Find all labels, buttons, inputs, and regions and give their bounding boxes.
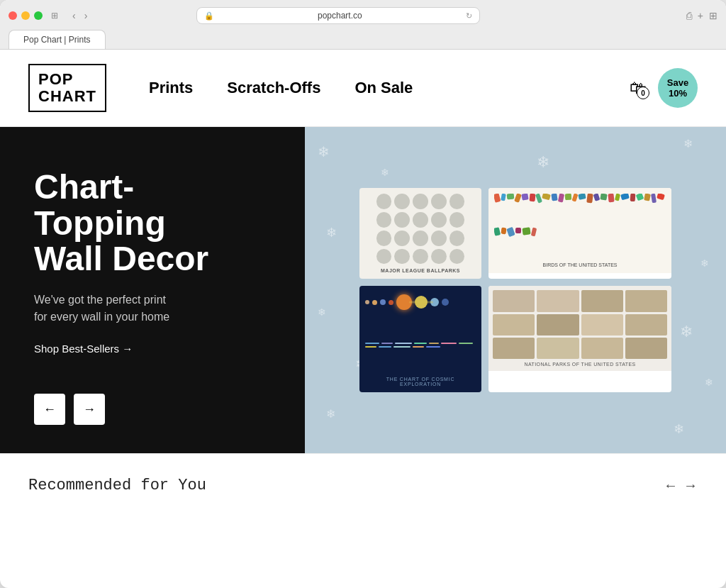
recommended-nav: ← → xyxy=(664,477,698,494)
hero-subtitle: We've got the perfect printfor every wal… xyxy=(34,292,233,326)
print-card-solar[interactable]: THE CHART OF COSMIC EXPLORATION xyxy=(359,286,481,392)
page-content: POP CHART Prints Scratch-Offs On Sale 🛍 … xyxy=(0,50,726,509)
save-badge[interactable]: Save10% xyxy=(658,68,698,108)
snowflake: ❄ xyxy=(705,377,713,388)
active-tab[interactable]: Pop Chart | Prints xyxy=(9,30,106,49)
snowflake: ❄ xyxy=(680,323,693,341)
print-card-baseball[interactable]: MAJOR LEAGUE BALLPARKS xyxy=(359,188,481,279)
snowflake: ❄ xyxy=(537,153,549,172)
snowflake: ❄ xyxy=(326,407,335,421)
cart-button[interactable]: 🛍 0 xyxy=(630,78,647,98)
print-card-birds[interactable]: BIRDS OF THE UNITED STATES xyxy=(488,188,671,279)
close-traffic-light[interactable] xyxy=(9,11,17,20)
forward-button[interactable]: › xyxy=(82,9,91,23)
recommended-title: Recommended for You xyxy=(28,477,206,494)
nav-on-sale[interactable]: On Sale xyxy=(354,79,413,97)
browser-controls: ⊞ ‹ › 🔒 popchart.co ↻ ⎙ + ⊞ xyxy=(9,7,717,24)
hero-next-button[interactable]: → xyxy=(74,394,105,425)
main-nav: Prints Scratch-Offs On Sale xyxy=(149,79,630,97)
recommended-next-button[interactable]: → xyxy=(683,477,698,494)
new-tab-button[interactable]: + xyxy=(698,10,703,21)
site-header: POP CHART Prints Scratch-Offs On Sale 🛍 … xyxy=(0,50,726,127)
snowflake: ❄ xyxy=(683,137,693,150)
header-right: 🛍 0 Save10% xyxy=(630,68,698,108)
browser-right-controls: ⎙ + ⊞ xyxy=(686,10,717,21)
security-icon: 🔒 xyxy=(204,11,214,21)
logo-line2: CHART xyxy=(38,88,96,105)
nav-prints[interactable]: Prints xyxy=(149,79,193,97)
snowflake: ❄ xyxy=(700,257,709,269)
recommended-prev-button[interactable]: ← xyxy=(664,477,678,494)
recommended-section: Recommended for You ← → xyxy=(0,453,726,509)
prints-grid: MAJOR LEAGUE BALLPARKS xyxy=(359,188,671,392)
print-card-parks[interactable]: NATIONAL PARKS OF THE UNITED STATES xyxy=(488,286,671,392)
browser-chrome: ⊞ ‹ › 🔒 popchart.co ↻ ⎙ + ⊞ Pop Chart | … xyxy=(0,0,726,50)
snowflake: ❄ xyxy=(381,167,389,178)
hero-left-panel: Chart-ToppingWall Decor We've got the pe… xyxy=(0,127,305,453)
back-button[interactable]: ‹ xyxy=(69,9,79,23)
hero-nav-buttons: ← → xyxy=(34,394,271,425)
address-bar[interactable]: 🔒 popchart.co ↻ xyxy=(196,7,480,24)
traffic-lights xyxy=(9,11,43,20)
grid-button[interactable]: ⊞ xyxy=(709,10,717,21)
browser-tabs: Pop Chart | Prints xyxy=(9,30,717,49)
hero-title: Chart-ToppingWall Decor xyxy=(34,170,271,277)
cart-badge: 0 xyxy=(637,87,649,99)
hero-section: Chart-ToppingWall Decor We've got the pe… xyxy=(0,127,726,453)
logo[interactable]: POP CHART xyxy=(28,64,106,112)
minimize-traffic-light[interactable] xyxy=(21,11,30,20)
browser-nav-arrows: ‹ › xyxy=(69,9,90,23)
logo-line1: POP xyxy=(38,71,96,88)
share-button[interactable]: ⎙ xyxy=(686,10,692,21)
recommended-header: Recommended for You ← → xyxy=(28,477,698,494)
browser-window: ⊞ ‹ › 🔒 popchart.co ↻ ⎙ + ⊞ Pop Chart | … xyxy=(0,0,726,588)
hero-right-panel: ❄ ❄ ❄ ❄ ❄ ❄ ❄ ❄ ❄ ❄ ❄ ❄ xyxy=(305,127,726,453)
snowflake: ❄ xyxy=(326,225,337,240)
refresh-icon: ↻ xyxy=(466,11,472,21)
nav-scratch-offs[interactable]: Scratch-Offs xyxy=(227,79,320,97)
save-badge-text: Save10% xyxy=(667,77,688,99)
window-toggle-btn[interactable]: ⊞ xyxy=(48,9,61,22)
snowflake: ❄ xyxy=(318,306,326,318)
fullscreen-traffic-light[interactable] xyxy=(34,11,43,20)
url-text: popchart.co xyxy=(218,11,462,21)
snowflake: ❄ xyxy=(674,421,684,437)
snowflake: ❄ xyxy=(318,143,330,160)
hero-prev-button[interactable]: ← xyxy=(34,394,65,425)
hero-cta-link[interactable]: Shop Best-Sellers → xyxy=(34,343,133,355)
hero-content: Chart-ToppingWall Decor We've got the pe… xyxy=(34,170,271,360)
